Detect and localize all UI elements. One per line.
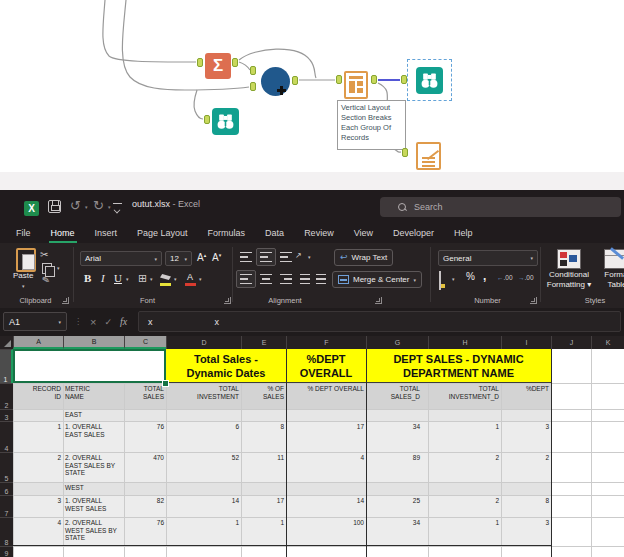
- cell-C7[interactable]: 82: [124, 495, 166, 517]
- anchor-summarize-out[interactable]: [232, 58, 238, 67]
- row-header-3[interactable]: 3: [0, 409, 13, 421]
- cell-E5[interactable]: 11: [241, 452, 286, 482]
- name-box[interactable]: A1 ▾: [3, 312, 67, 331]
- borders-button[interactable]: ⊞: [138, 273, 147, 284]
- cell-G7[interactable]: 25: [366, 495, 428, 517]
- cell-C4[interactable]: 76: [124, 421, 166, 452]
- number-dialog-launcher-icon[interactable]: [530, 297, 537, 304]
- tab-help[interactable]: Help: [444, 222, 483, 243]
- row-header-1[interactable]: 1: [0, 349, 13, 383]
- cell-D8[interactable]: 1: [166, 517, 241, 546]
- cell-A7[interactable]: 3: [13, 495, 63, 517]
- alignment-dialog-launcher-icon[interactable]: [375, 297, 382, 304]
- fill-color-icon[interactable]: [160, 274, 171, 280]
- font-color-button[interactable]: A: [187, 272, 193, 282]
- search-input[interactable]: Search: [380, 197, 621, 217]
- column-header-B[interactable]: B: [63, 336, 124, 349]
- number-format-select[interactable]: General ▾: [438, 250, 538, 266]
- align-left-button[interactable]: [236, 270, 256, 288]
- cell-G4[interactable]: 34: [366, 421, 428, 452]
- cell-B8[interactable]: 2. OVERALL WEST SALES BY STATE: [63, 517, 124, 546]
- format-as-table-icon[interactable]: [604, 249, 624, 269]
- decrease-decimal-button[interactable]: →.00: [518, 274, 534, 281]
- tab-data[interactable]: Data: [255, 222, 294, 243]
- anchor-join-out[interactable]: [292, 76, 298, 85]
- cell-I8[interactable]: 3: [501, 517, 551, 546]
- cell-H8[interactable]: 1: [428, 517, 501, 546]
- decrease-indent-button[interactable]: [300, 274, 312, 284]
- format-as-table-button[interactable]: Format Table: [600, 270, 624, 290]
- orientation-dropdown-icon[interactable]: ▾: [308, 254, 311, 260]
- anchor-join-in-bottom[interactable]: [250, 82, 256, 91]
- undo-icon[interactable]: ↺: [70, 199, 81, 212]
- comma-style-button[interactable]: ,: [483, 269, 486, 283]
- accounting-format-icon[interactable]: [439, 271, 441, 290]
- cell-I5[interactable]: 2: [501, 452, 551, 482]
- cell-G1[interactable]: DEPT SALES - DYNAMIC DEPARTMENT NAME: [366, 349, 551, 383]
- fill-handle[interactable]: [162, 380, 169, 387]
- cell-H4[interactable]: 1: [428, 421, 501, 452]
- bold-button[interactable]: B: [84, 272, 91, 284]
- anchor-join-in-top[interactable]: [250, 66, 256, 75]
- grow-font-button[interactable]: A▴: [197, 252, 206, 263]
- underline-dropdown-icon[interactable]: ▾: [126, 276, 129, 282]
- browse-tool-selected-icon[interactable]: [416, 67, 443, 94]
- cell-E8[interactable]: 1: [241, 517, 286, 546]
- cell-B2[interactable]: METRIC NAME: [63, 383, 124, 409]
- shrink-font-button[interactable]: A▾: [212, 252, 221, 263]
- excel-app-icon[interactable]: X: [24, 201, 39, 216]
- cell-I2[interactable]: %DEPT: [501, 383, 551, 409]
- column-header-I[interactable]: I: [501, 336, 551, 349]
- tab-page-layout[interactable]: Page Layout: [127, 222, 198, 243]
- wrap-text-button[interactable]: ↩ Wrap Text: [334, 249, 393, 266]
- row-header-5[interactable]: 5: [0, 452, 13, 482]
- formula-input[interactable]: x x: [138, 311, 621, 332]
- cell-B6[interactable]: WEST: [63, 482, 124, 495]
- paste-dropdown-icon[interactable]: ▾: [22, 283, 25, 289]
- anchor-browse-in[interactable]: [204, 115, 210, 124]
- cell-F8[interactable]: 100: [286, 517, 366, 546]
- align-top-button[interactable]: [240, 252, 252, 262]
- quick-access-customize-icon[interactable]: [113, 203, 122, 212]
- summarize-tool-icon[interactable]: Σ: [205, 53, 231, 79]
- increase-indent-button[interactable]: [316, 274, 328, 284]
- italic-button[interactable]: I: [101, 272, 105, 284]
- orientation-button[interactable]: ↗: [295, 251, 302, 260]
- cell-C2[interactable]: TOTAL SALES: [124, 383, 166, 409]
- save-icon[interactable]: [48, 200, 61, 213]
- accounting-dropdown-icon[interactable]: ▾: [452, 276, 455, 282]
- cell-C8[interactable]: 76: [124, 517, 166, 546]
- tab-developer[interactable]: Developer: [383, 222, 444, 243]
- cell-B7[interactable]: 1. OVERALL WEST SALES: [63, 495, 124, 517]
- render-tool-icon[interactable]: [416, 142, 441, 170]
- cell-D1[interactable]: Total Sales - Dynamic Dates: [166, 349, 286, 383]
- copy-dropdown-icon[interactable]: ▾: [57, 265, 60, 271]
- cut-icon[interactable]: ✂: [40, 249, 48, 260]
- cell-F5[interactable]: 4: [286, 452, 366, 482]
- cell-F2[interactable]: % DEPT OVERALL: [286, 383, 366, 409]
- row-header-8[interactable]: 8: [0, 517, 13, 546]
- row-header-9[interactable]: 9: [0, 546, 13, 557]
- cell-C5[interactable]: 470: [124, 452, 166, 482]
- column-header-C[interactable]: C: [124, 336, 166, 349]
- cell-E4[interactable]: 8: [241, 421, 286, 452]
- redo-dropdown-icon[interactable]: ▾: [108, 204, 111, 210]
- cell-B5[interactable]: 2. OVERALL EAST SALES BY STATE: [63, 452, 124, 482]
- cell-I7[interactable]: 8: [501, 495, 551, 517]
- cell-H2[interactable]: TOTAL INVESTMENT_D: [428, 383, 501, 409]
- column-header-G[interactable]: G: [366, 336, 428, 349]
- tab-review[interactable]: Review: [294, 222, 344, 243]
- cell-F7[interactable]: 14: [286, 495, 366, 517]
- font-name-select[interactable]: Arial ▾: [80, 251, 162, 266]
- cell-H7[interactable]: 2: [428, 495, 501, 517]
- font-color-dropdown-icon[interactable]: ▾: [199, 276, 202, 282]
- row-header-2[interactable]: 2: [0, 383, 13, 409]
- underline-button[interactable]: U: [114, 272, 122, 284]
- cell-A2[interactable]: RECORD ID: [13, 383, 63, 409]
- anchor-render-in[interactable]: [402, 148, 408, 157]
- tab-home[interactable]: Home: [41, 222, 85, 243]
- browse-tool-icon[interactable]: [212, 108, 239, 135]
- conditional-formatting-icon[interactable]: [557, 249, 581, 269]
- cell-B3[interactable]: EAST: [63, 409, 124, 421]
- column-header-E[interactable]: E: [241, 336, 286, 349]
